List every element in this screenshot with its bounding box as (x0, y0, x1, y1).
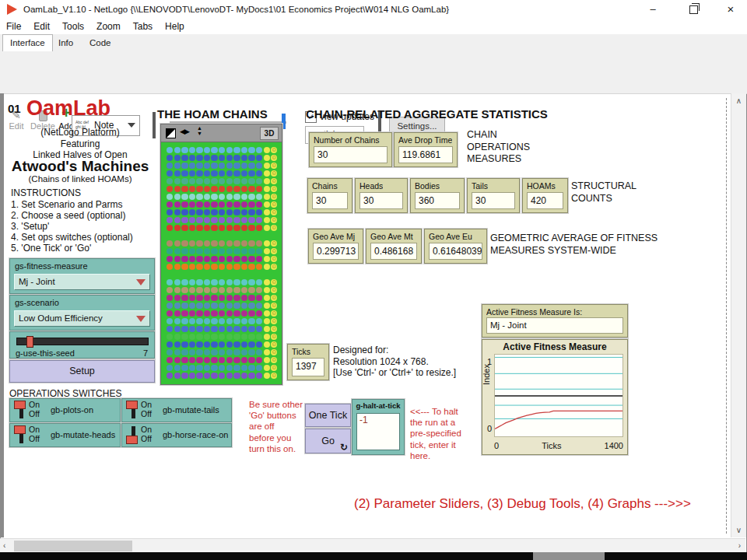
hoam-body-dot (226, 170, 233, 177)
hoam-body-dot (204, 209, 210, 215)
menu-help[interactable]: Help (159, 19, 191, 34)
view-resize-icon[interactable] (166, 128, 176, 138)
hoam-body-dot (241, 194, 247, 200)
hoam-body-dot (241, 318, 247, 324)
hoam-body-dot (211, 201, 217, 208)
menu-edit[interactable]: Edit (27, 19, 56, 34)
hoam-body-dot (226, 240, 233, 247)
chooser-gs-scenario[interactable]: gs-scenario Low Odum Efficiency (9, 295, 155, 331)
hoam-body-dot (241, 365, 247, 371)
chooser-dropdown[interactable]: Mj - Joint (14, 274, 150, 290)
instruction-step: 1. Set Scenario and Parms (11, 199, 122, 210)
restore-button[interactable] (675, 0, 711, 19)
hoam-body-dot (189, 163, 195, 169)
hoam-body-dot (181, 170, 188, 177)
hoam-body-dot (256, 264, 262, 270)
hoam-body-dot (233, 240, 240, 247)
chains-subtitle: (Chains of linked HOAMs) (11, 174, 149, 184)
chain-row: ☺ (167, 310, 278, 317)
hoam-body-dot (241, 201, 247, 208)
horizontal-scrollbar[interactable]: ‹ › (0, 538, 745, 553)
chooser-dropdown[interactable]: Low Odum Efficiency (14, 310, 150, 327)
monitor-value: 420 (527, 192, 563, 209)
x-axis-label: Ticks (542, 441, 561, 450)
toggle-icon[interactable] (16, 401, 26, 418)
hoam-body-dot (226, 178, 233, 184)
switch-gb-plots-on[interactable]: OnOff gb-plots-on (9, 398, 121, 422)
switch-name: gb-horse-race-on (163, 424, 228, 446)
hoam-body-dot (233, 279, 240, 285)
switch-name: gb-mutate-tails (163, 399, 219, 422)
slider-handle[interactable] (26, 336, 33, 348)
chain-row (167, 233, 278, 239)
tab-info[interactable]: Info (51, 35, 80, 51)
hoam-body-dot (241, 225, 247, 231)
hoam-head-smiley: ☺ (271, 163, 277, 169)
vertical-scrollbar[interactable]: ∧ ∨ (731, 93, 746, 537)
view-header: ◀▶ ▲▼ 3D (161, 124, 282, 142)
hoam-body-dot (226, 194, 233, 200)
chooser-gs-fitness-measure[interactable]: gs-fitness-measure Mj - Joint (9, 258, 155, 294)
hoam-body-dot (241, 287, 247, 293)
hoam-body-dot (189, 310, 195, 317)
hoam-body-dot (241, 357, 247, 363)
toggle-icon[interactable] (16, 426, 26, 443)
hoam-body-dot (196, 248, 202, 254)
toggle-icon[interactable] (128, 401, 139, 418)
hoam-head-smiley: ☺ (271, 209, 277, 215)
tab-interface[interactable]: Interface (2, 34, 53, 52)
menu-zoom[interactable]: Zoom (90, 19, 127, 34)
switch-gb-mutate-tails[interactable]: OnOff gb-mutate-tails (121, 398, 232, 422)
slider-track[interactable] (16, 338, 149, 345)
one-tick-button[interactable]: One Tick (305, 404, 351, 427)
menu-tools[interactable]: Tools (56, 19, 90, 34)
view-3d-button[interactable]: 3D (260, 127, 279, 140)
hoam-tail-dot (264, 341, 270, 348)
switch-gb-mutate-heads[interactable]: OnOff gb-mutate-heads (9, 423, 121, 447)
go-button[interactable]: Go ↻ (305, 429, 351, 453)
input-value[interactable]: -1 (356, 413, 400, 450)
input-g-halt-at-tick[interactable]: g-halt-at-tick -1 (352, 399, 405, 455)
scroll-down-icon[interactable]: ∨ (731, 526, 746, 534)
hoam-body-dot (196, 279, 202, 285)
slider-g-use-this-seed[interactable]: g-use-this-seed 7 (9, 331, 155, 359)
hoam-body-dot (248, 365, 254, 371)
tab-code[interactable]: Code (82, 35, 118, 51)
hoam-body-dot (204, 303, 210, 309)
hoam-tail-dot (264, 209, 270, 215)
toggle-icon[interactable] (128, 426, 139, 443)
vertical-arrows-icon[interactable]: ▲▼ (197, 125, 202, 136)
hoam-body-dot (196, 349, 202, 355)
monitor-label: HOAMs (527, 181, 556, 191)
hoam-body-dot (181, 326, 188, 332)
minimize-button[interactable]: – (635, 0, 671, 19)
chain-row: ☺ (167, 357, 278, 363)
hoam-body-dot (189, 334, 195, 340)
hoam-body-dot (233, 349, 240, 355)
hoam-body-dot (226, 163, 233, 169)
horizontal-scrollbar-thumb[interactable] (14, 541, 132, 551)
setup-button[interactable]: Setup (9, 360, 155, 383)
hoam-body-dot (248, 225, 254, 231)
switch-gb-horse-race-on[interactable]: OnOff gb-horse-race-on (121, 423, 232, 447)
hoam-head-smiley: ☺ (271, 256, 277, 262)
hoam-body-dot (241, 163, 247, 169)
hoam-body-dot (174, 341, 181, 348)
menu-file[interactable]: File (0, 19, 27, 34)
horizontal-arrows-icon[interactable]: ◀▶ (180, 128, 189, 135)
hoam-body-dot (211, 318, 217, 324)
hoam-body-dot (167, 310, 173, 317)
chooser-label: gs-scenario (15, 298, 59, 307)
close-button[interactable]: × (713, 0, 747, 19)
hoam-body-dot (204, 349, 210, 355)
netlogo-window: OamLab_V1.10 - NetLogo {\\LENOVODT\Lenov… (0, 0, 747, 560)
scroll-left-icon[interactable]: ‹ (3, 541, 5, 550)
footer-note: (2) Parameter Sliders, (3) Debug Tools, … (354, 496, 691, 512)
scroll-right-icon[interactable]: › (738, 541, 741, 550)
hoam-body-dot (204, 194, 210, 200)
hoam-body-dot (196, 303, 202, 309)
scroll-up-icon[interactable]: ∧ (731, 96, 746, 105)
hoam-body-dot (174, 256, 181, 262)
hoam-body-dot (233, 318, 240, 324)
menu-tabs[interactable]: Tabs (127, 19, 159, 34)
